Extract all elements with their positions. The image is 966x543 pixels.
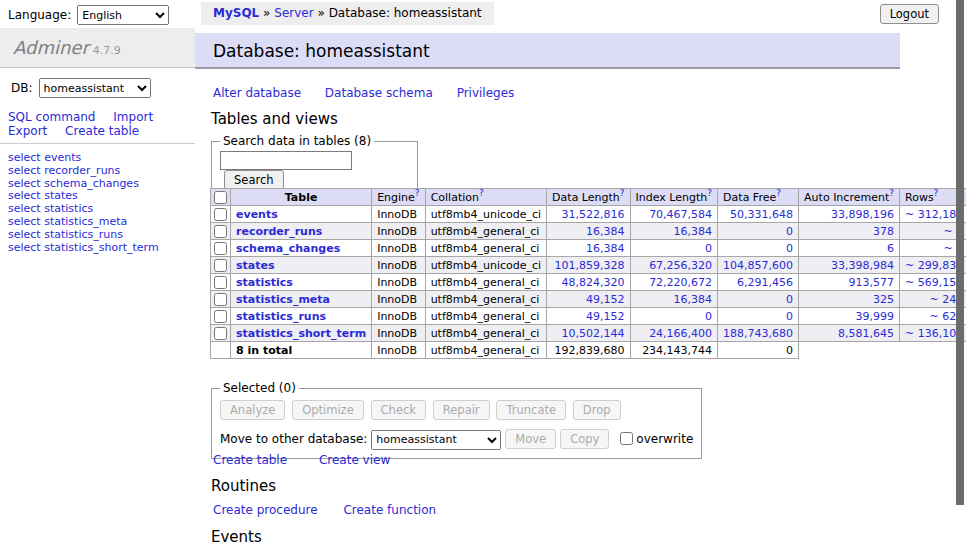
overwrite-checkbox[interactable] — [620, 432, 633, 445]
create-table-link[interactable]: Create table — [213, 453, 287, 467]
engine-cell: InnoDB — [372, 291, 425, 308]
row-checkbox[interactable] — [214, 293, 227, 306]
help-icon[interactable]: ? — [776, 188, 781, 198]
search-button[interactable]: Search — [224, 170, 284, 190]
privileges-link[interactable]: Privileges — [457, 86, 515, 100]
create-function-link[interactable]: Create function — [343, 503, 436, 517]
collation-cell: utf8mb4_general_ci — [425, 325, 546, 342]
auto-increment-value[interactable]: 6 — [799, 240, 900, 257]
export-link[interactable]: Export — [8, 124, 47, 138]
db-select[interactable]: homeassistant — [39, 78, 151, 98]
help-icon[interactable]: ? — [889, 188, 894, 198]
auto-increment-value[interactable]: 8,581,645 — [799, 325, 900, 342]
move-db-select[interactable]: homeassistant — [371, 430, 501, 450]
alter-database-link[interactable]: Alter database — [213, 86, 301, 100]
sidebar-select-events-link[interactable]: select events — [8, 151, 81, 164]
check-button[interactable]: Check — [371, 400, 426, 420]
database-schema-link[interactable]: Database schema — [325, 86, 433, 100]
index-length-value[interactable]: 70,467,584 — [630, 206, 718, 223]
total-data-free: 0 — [718, 342, 799, 359]
collation-cell: utf8mb4_general_ci — [425, 291, 546, 308]
import-link[interactable]: Import — [113, 110, 153, 124]
help-icon[interactable]: ? — [620, 188, 625, 198]
table-name-link[interactable]: statistics_runs — [236, 310, 326, 323]
language-select[interactable]: English — [77, 5, 169, 25]
breadcrumb-server-link[interactable]: Server — [274, 6, 313, 20]
index-length-value[interactable]: 16,384 — [630, 223, 718, 240]
data-length-value[interactable]: 16,384 — [547, 223, 630, 240]
copy-button[interactable]: Copy — [560, 429, 609, 449]
engine-cell: InnoDB — [372, 206, 425, 223]
data-free-value[interactable]: 0 — [718, 308, 799, 325]
data-length-value[interactable]: 49,152 — [547, 291, 630, 308]
row-checkbox[interactable] — [214, 310, 227, 323]
data-length-value[interactable]: 16,384 — [547, 240, 630, 257]
create-table-sidebar-link[interactable]: Create table — [65, 124, 139, 138]
sidebar-select-schema-changes-link[interactable]: select schema_changes — [8, 177, 139, 190]
table-name-link[interactable]: statistics — [236, 276, 293, 289]
help-icon[interactable]: ? — [934, 188, 939, 198]
table-name-link[interactable]: states — [236, 259, 275, 272]
search-input[interactable] — [220, 151, 352, 170]
data-free-value[interactable]: 0 — [718, 240, 799, 257]
help-icon[interactable]: ? — [707, 188, 712, 198]
language-label: Language: — [8, 8, 71, 22]
select-all-checkbox[interactable] — [214, 191, 227, 204]
sql-command-link[interactable]: SQL command — [8, 110, 95, 124]
create-view-link[interactable]: Create view — [319, 453, 390, 467]
row-checkbox[interactable] — [214, 259, 227, 272]
auto-increment-value[interactable]: 378 — [799, 223, 900, 240]
table-name-link[interactable]: statistics_meta — [236, 293, 330, 306]
sidebar-select-recorder-runs-link[interactable]: select recorder_runs — [8, 164, 120, 177]
sidebar-select-statistics-runs-link[interactable]: select statistics_runs — [8, 228, 123, 241]
auto-increment-value[interactable]: 325 — [799, 291, 900, 308]
data-length-value[interactable]: 48,824,320 — [547, 274, 630, 291]
drop-button[interactable]: Drop — [573, 400, 621, 420]
optimize-button[interactable]: Optimize — [292, 400, 364, 420]
breadcrumb-mysql-link[interactable]: MySQL — [213, 6, 259, 20]
sidebar-select-statistics-link[interactable]: select statistics — [8, 202, 93, 215]
sidebar-select-statistics-meta-link[interactable]: select statistics_meta — [8, 215, 127, 228]
data-free-value[interactable]: 50,331,648 — [718, 206, 799, 223]
create-procedure-link[interactable]: Create procedure — [213, 503, 318, 517]
data-length-value[interactable]: 10,502,144 — [547, 325, 630, 342]
help-icon[interactable]: ? — [479, 188, 484, 198]
data-free-value[interactable]: 0 — [718, 223, 799, 240]
table-name-link[interactable]: statistics_short_term — [236, 327, 366, 340]
row-checkbox[interactable] — [214, 208, 227, 221]
row-checkbox[interactable] — [214, 242, 227, 255]
data-free-value[interactable]: 188,743,680 — [718, 325, 799, 342]
index-length-value[interactable]: 16,384 — [630, 291, 718, 308]
index-length-value[interactable]: 0 — [630, 240, 718, 257]
index-length-value[interactable]: 0 — [630, 308, 718, 325]
index-length-value[interactable]: 72,220,672 — [630, 274, 718, 291]
data-length-value[interactable]: 31,522,816 — [547, 206, 630, 223]
logout-button[interactable]: Logout — [880, 4, 939, 24]
index-length-value[interactable]: 67,256,320 — [630, 257, 718, 274]
move-button[interactable]: Move — [505, 429, 556, 449]
truncate-button[interactable]: Truncate — [496, 400, 566, 420]
data-free-value[interactable]: 6,291,456 — [718, 274, 799, 291]
row-checkbox[interactable] — [214, 276, 227, 289]
data-length-value[interactable]: 101,859,328 — [547, 257, 630, 274]
auto-increment-value[interactable]: 33,898,196 — [799, 206, 900, 223]
help-icon[interactable]: ? — [415, 188, 420, 198]
index-length-value[interactable]: 24,166,400 — [630, 325, 718, 342]
auto-increment-value[interactable]: 33,398,984 — [799, 257, 900, 274]
table-name-link[interactable]: schema_changes — [236, 242, 340, 255]
sidebar-select-states-link[interactable]: select states — [8, 189, 78, 202]
auto-increment-value[interactable]: 913,577 — [799, 274, 900, 291]
row-checkbox[interactable] — [214, 327, 227, 340]
data-length-value[interactable]: 49,152 — [547, 308, 630, 325]
auto-increment-value[interactable]: 39,999 — [799, 308, 900, 325]
analyze-button[interactable]: Analyze — [220, 400, 285, 420]
data-free-value[interactable]: 0 — [718, 291, 799, 308]
table-row: states InnoDB utf8mb4_unicode_ci 101,859… — [211, 257, 966, 274]
row-checkbox[interactable] — [214, 225, 227, 238]
vertical-scrollbar-thumb[interactable] — [956, 0, 964, 505]
table-name-link[interactable]: recorder_runs — [236, 225, 322, 238]
data-free-value[interactable]: 104,857,600 — [718, 257, 799, 274]
repair-button[interactable]: Repair — [433, 400, 490, 420]
sidebar-select-statistics-short-term-link[interactable]: select statistics_short_term — [8, 241, 159, 254]
table-name-link[interactable]: events — [236, 208, 278, 221]
